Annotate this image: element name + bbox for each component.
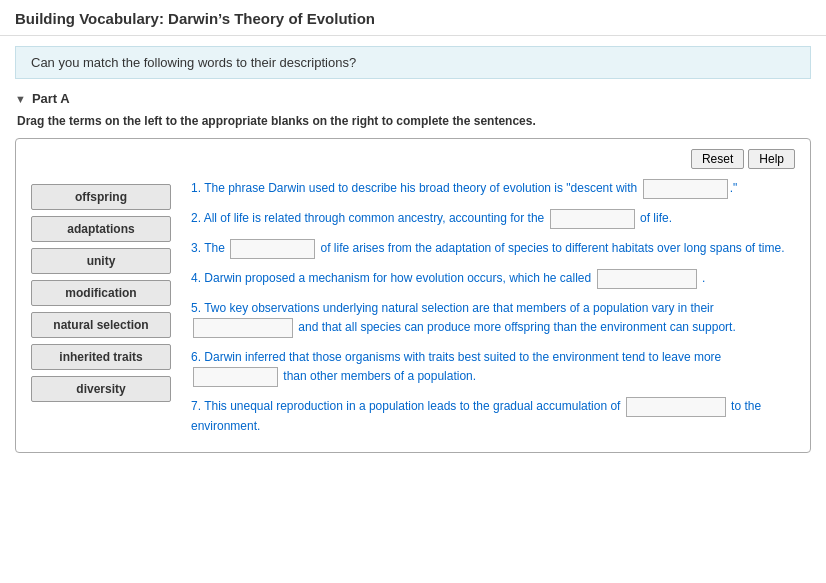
instruction-bar: Can you match the following words to the… — [15, 46, 811, 79]
drop-box-4[interactable] — [597, 269, 697, 289]
term-modification[interactable]: modification — [31, 280, 171, 306]
reset-button[interactable]: Reset — [691, 149, 744, 169]
sentence-5: 5. Two key observations underlying natur… — [191, 299, 795, 338]
help-button[interactable]: Help — [748, 149, 795, 169]
drop-box-7[interactable] — [626, 397, 726, 417]
term-adaptations[interactable]: adaptations — [31, 216, 171, 242]
term-diversity[interactable]: diversity — [31, 376, 171, 402]
drop-box-5[interactable] — [193, 318, 293, 338]
term-unity[interactable]: unity — [31, 248, 171, 274]
page-title: Building Vocabulary: Darwin’s Theory of … — [0, 0, 826, 36]
drop-box-6[interactable] — [193, 367, 278, 387]
term-offspring[interactable]: offspring — [31, 184, 171, 210]
sentence-6: 6. Darwin inferred that those organisms … — [191, 348, 795, 387]
collapse-arrow-icon: ▼ — [15, 93, 26, 105]
sentence-1: 1. The phrase Darwin used to describe hi… — [191, 179, 795, 199]
top-buttons: Reset Help — [31, 149, 795, 169]
drag-instruction: Drag the terms on the left to the approp… — [17, 114, 811, 128]
drop-box-1[interactable] — [643, 179, 728, 199]
sentence-4: 4. Darwin proposed a mechanism for how e… — [191, 269, 795, 289]
part-header[interactable]: ▼ Part A — [15, 91, 811, 106]
sentence-7: 7. This unequal reproduction in a popula… — [191, 397, 795, 436]
terms-column: offspring adaptations unity modification… — [31, 179, 171, 437]
drop-box-3[interactable] — [230, 239, 315, 259]
term-natural-selection[interactable]: natural selection — [31, 312, 171, 338]
term-inherited-traits[interactable]: inherited traits — [31, 344, 171, 370]
activity-box: Reset Help offspring adaptations unity m… — [15, 138, 811, 453]
drop-box-2[interactable] — [550, 209, 635, 229]
sentence-3: 3. The of life arises from the adaptatio… — [191, 239, 795, 259]
sentence-2: 2. All of life is related through common… — [191, 209, 795, 229]
sentences-column: 1. The phrase Darwin used to describe hi… — [191, 179, 795, 437]
content-area: offspring adaptations unity modification… — [31, 179, 795, 437]
part-label: Part A — [32, 91, 70, 106]
